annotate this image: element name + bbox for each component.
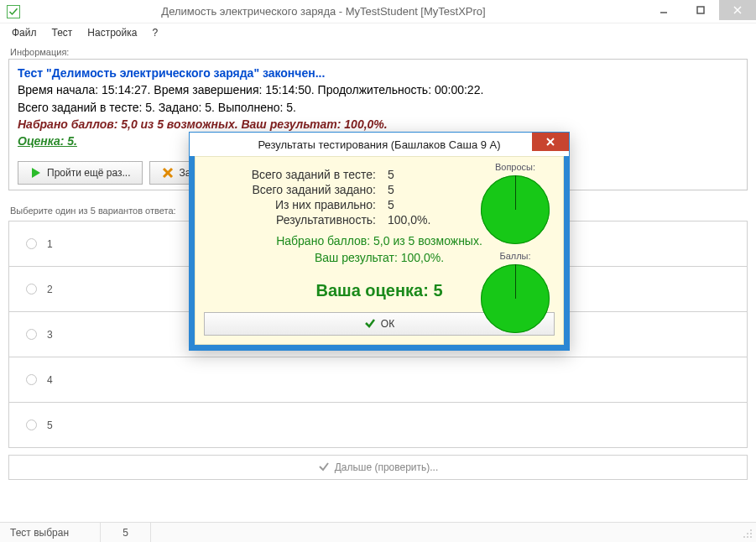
stat-eff-value: 100,0%. <box>384 212 439 227</box>
answer-number: 3 <box>47 329 53 341</box>
close-button[interactable] <box>719 0 756 20</box>
pie-label-points: Баллы: <box>499 251 530 261</box>
retry-button-label: Пройти ещё раз... <box>47 166 130 180</box>
results-dialog: Результаты тестирования (Башлаков Саша 9… <box>189 132 570 351</box>
pie-chart-points <box>481 264 550 333</box>
radio-icon <box>26 329 37 340</box>
stat-eff-label: Результативность: <box>212 212 384 227</box>
retry-button[interactable]: Пройти ещё раз... <box>18 161 143 185</box>
menu-help[interactable]: ? <box>145 25 164 40</box>
play-icon <box>30 167 42 179</box>
radio-icon <box>26 420 37 430</box>
svg-rect-11 <box>747 536 748 538</box>
dialog-close-button[interactable] <box>532 133 569 151</box>
status-count: 5 <box>101 523 151 542</box>
svg-rect-1 <box>697 7 704 13</box>
status-empty <box>151 523 756 542</box>
charts-panel: Вопросы: Баллы: <box>481 162 550 333</box>
stat-asked-label: Всего заданий задано: <box>212 182 384 197</box>
info-section-label: Информация: <box>8 47 748 59</box>
svg-rect-12 <box>750 536 752 538</box>
pie-chart-questions <box>481 175 550 244</box>
stat-correct-value: 5 <box>384 197 439 212</box>
svg-rect-8 <box>747 533 748 534</box>
svg-rect-10 <box>743 536 745 538</box>
svg-rect-7 <box>750 529 752 531</box>
status-test-selected: Тест выбран <box>0 523 101 542</box>
pie-label-questions: Вопросы: <box>495 162 535 172</box>
maximize-button[interactable] <box>682 0 719 20</box>
check-icon <box>318 461 330 475</box>
info-line-times: Время начала: 15:14:27. Время завершения… <box>18 81 738 98</box>
menu-settings[interactable]: Настройка <box>81 25 143 40</box>
menu-test[interactable]: Тест <box>45 25 80 40</box>
radio-icon <box>26 284 37 294</box>
answer-number: 4 <box>47 374 53 386</box>
menu-file[interactable]: Файл <box>5 25 44 40</box>
radio-icon <box>26 238 37 249</box>
answer-option[interactable]: 5 <box>9 403 747 448</box>
statusbar: Тест выбран 5 <box>0 522 756 542</box>
window-title: Делимость электрического заряда - MyTest… <box>0 5 647 18</box>
stat-total-value: 5 <box>384 167 439 182</box>
dialog-title-text: Результаты тестирования (Башлаков Саша 9… <box>258 138 500 151</box>
stats-table: Всего заданий в тесте:5 Всего заданий за… <box>212 167 439 227</box>
resize-grip-icon[interactable] <box>743 529 753 539</box>
answer-number: 1 <box>47 238 53 250</box>
next-button-label: Дальше (проверить)... <box>335 461 439 473</box>
radio-icon <box>26 374 37 385</box>
stat-asked-value: 5 <box>384 182 439 197</box>
next-button[interactable]: Дальше (проверить)... <box>8 455 748 480</box>
minimize-button[interactable] <box>645 0 682 20</box>
window-titlebar: Делимость электрического заряда - MyTest… <box>0 0 756 23</box>
info-line-title: Тест "Делимость электрического заряда" з… <box>18 65 738 81</box>
menubar: Файл Тест Настройка ? <box>0 23 756 42</box>
dialog-titlebar: Результаты тестирования (Башлаков Саша 9… <box>190 133 569 156</box>
answer-number: 2 <box>47 284 53 295</box>
check-icon <box>364 317 376 331</box>
info-line-tasks: Всего заданий в тесте: 5. Задано: 5. Вып… <box>18 99 738 116</box>
answer-option[interactable]: 4 <box>9 357 747 403</box>
stat-total-label: Всего заданий в тесте: <box>212 167 384 182</box>
answer-number: 5 <box>47 420 53 431</box>
x-icon <box>162 167 174 179</box>
stat-correct-label: Из них правильно: <box>212 197 384 212</box>
svg-rect-9 <box>750 533 752 534</box>
svg-marker-4 <box>32 168 40 178</box>
ok-button-label: ОК <box>381 318 394 330</box>
dialog-body: Вопросы: Баллы: Всего заданий в тесте:5 … <box>195 156 564 345</box>
window-buttons <box>645 0 756 20</box>
info-line-score: Набрано баллов: 5,0 из 5 возможных. Ваш … <box>18 116 738 133</box>
